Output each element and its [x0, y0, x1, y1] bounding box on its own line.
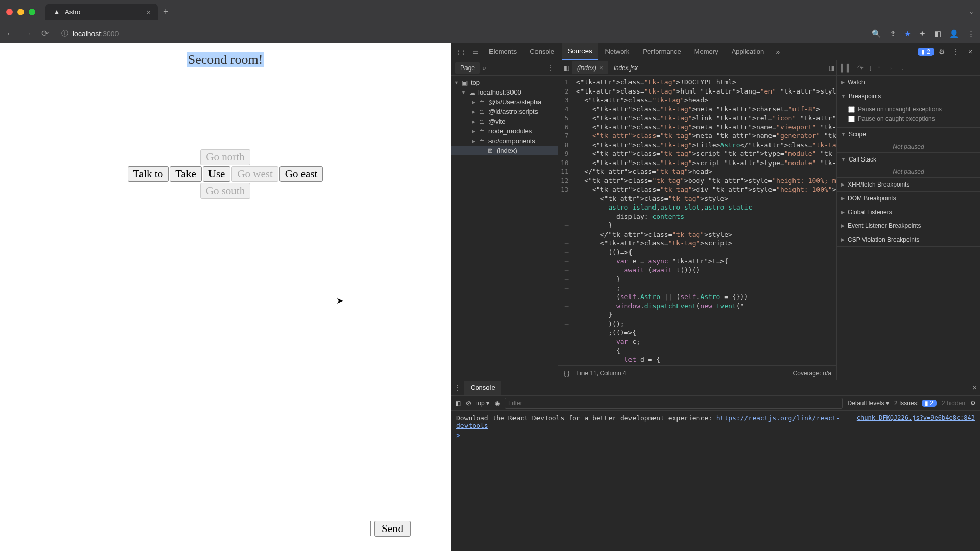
tree-folder[interactable]: ▶🗀@id/astro:scripts: [451, 107, 558, 117]
take-button[interactable]: Take: [170, 166, 202, 182]
line-gutter[interactable]: 12345678910111213––––––––––––––––––: [558, 76, 573, 365]
checkbox-uncaught[interactable]: Pause on uncaught exceptions: [848, 105, 976, 114]
back-button[interactable]: ←: [5, 29, 15, 39]
extensions-icon[interactable]: ✦: [919, 29, 926, 38]
console-output[interactable]: chunk-DFKQJ226.js?v=9e6b4e8c:843 Downloa…: [451, 411, 980, 551]
log-levels-dropdown[interactable]: Default levels ▾: [848, 400, 889, 407]
pane-scope[interactable]: ▼Scope: [837, 128, 980, 141]
go-west-button[interactable]: Go west: [231, 166, 278, 182]
live-expression-icon[interactable]: ◉: [495, 400, 500, 407]
bookmark-icon[interactable]: ★: [904, 29, 911, 38]
navigator-more-icon[interactable]: »: [483, 64, 486, 72]
talk-to-button[interactable]: Talk to: [128, 166, 169, 182]
tree-host[interactable]: ▼☁localhost:3000: [451, 87, 558, 97]
toggle-navigator-icon[interactable]: ◧: [561, 64, 572, 72]
pane-dom[interactable]: ▶DOM Breakpoints: [837, 192, 980, 205]
tab-console[interactable]: Console: [524, 43, 561, 59]
pane-breakpoints[interactable]: ▼Breakpoints: [837, 89, 980, 103]
step-out-icon[interactable]: ↑: [877, 64, 881, 72]
pause-script-icon[interactable]: ▍▍: [841, 64, 852, 72]
page-viewport: Second room! Go north Talk to Take Use G…: [0, 43, 451, 551]
hidden-messages[interactable]: 2 hidden: [942, 400, 965, 407]
devtools-menu-icon[interactable]: ⋮: [949, 45, 963, 58]
send-button[interactable]: Send: [374, 521, 411, 537]
issues-badge[interactable]: ▮ 2: [918, 48, 934, 56]
reload-button[interactable]: ⟳: [40, 28, 50, 39]
pane-callstack[interactable]: ▼Call Stack: [837, 153, 980, 166]
forward-button[interactable]: →: [22, 29, 33, 39]
deactivate-bp-icon[interactable]: ⟍: [898, 64, 905, 72]
device-toolbar-icon[interactable]: ▭: [469, 45, 482, 58]
console-prompt[interactable]: >: [456, 431, 975, 439]
pane-csp[interactable]: ▶CSP Violation Breakpoints: [837, 233, 980, 246]
tree-folder[interactable]: ▶🗀@fs/Users/stepha: [451, 97, 558, 107]
debugger-sidebar: ▍▍ ↷ ↓ ↑ → ⟍ ▶Watch ▼Breakpoints Pause o…: [837, 60, 980, 380]
tree-top[interactable]: ▼▣top: [451, 78, 558, 87]
tree-folder[interactable]: ▶🗀@vite: [451, 117, 558, 126]
pane-watch[interactable]: ▶Watch: [837, 76, 980, 89]
tree-folder[interactable]: ▶🗀node_modules: [451, 126, 558, 136]
step-into-icon[interactable]: ↓: [869, 64, 872, 72]
close-devtools-icon[interactable]: ×: [964, 45, 977, 58]
share-icon[interactable]: ⇪: [890, 29, 896, 38]
tab-application[interactable]: Application: [726, 43, 771, 59]
menu-icon[interactable]: ⋮: [967, 29, 975, 38]
source-editor: ◧ (index)× index.jsx ◨ 12345678910111213…: [558, 60, 837, 380]
tab-memory[interactable]: Memory: [688, 43, 725, 59]
console-context[interactable]: top ▾: [476, 400, 489, 407]
drawer-tab-console[interactable]: Console: [464, 381, 501, 395]
minimize-window-button[interactable]: [17, 9, 24, 15]
address-bar[interactable]: ⓘ localhost:3000: [57, 27, 865, 40]
tabs-overflow-icon[interactable]: ⌄: [969, 8, 974, 15]
drawer-menu-icon[interactable]: ⋮: [454, 384, 461, 392]
use-button[interactable]: Use: [203, 166, 231, 182]
more-tabs-icon[interactable]: »: [771, 45, 784, 58]
checkbox-caught[interactable]: Pause on caught exceptions: [848, 114, 976, 123]
step-icon[interactable]: →: [886, 64, 893, 72]
new-tab-button[interactable]: +: [163, 7, 169, 17]
message-source-link[interactable]: chunk-DFKQJ226.js?v=9e6b4e8c:843: [857, 414, 975, 421]
issues-link[interactable]: 2 Issues:▮ 2: [894, 400, 937, 407]
inspect-element-icon[interactable]: ⬚: [454, 45, 468, 58]
tab-network[interactable]: Network: [599, 43, 636, 59]
mouse-cursor-icon: ➤: [336, 295, 344, 306]
pretty-print-icon[interactable]: { }: [564, 370, 569, 377]
coverage-status: Coverage: n/a: [793, 370, 831, 377]
pane-xhr[interactable]: ▶XHR/fetch Breakpoints: [837, 178, 980, 191]
go-south-button[interactable]: Go south: [200, 183, 250, 199]
chat-input[interactable]: [39, 521, 371, 536]
file-tree[interactable]: ▼▣top ▼☁localhost:3000 ▶🗀@fs/Users/steph…: [451, 76, 558, 380]
close-tab-icon[interactable]: ×: [146, 8, 151, 16]
navigator-menu-icon[interactable]: ⋮: [548, 64, 554, 72]
zoom-icon[interactable]: 🔍: [872, 29, 881, 38]
close-editor-tab-icon[interactable]: ×: [599, 64, 603, 72]
browser-tab[interactable]: ▲ Astro ×: [45, 4, 158, 20]
editor-tab-indexjsx[interactable]: index.jsx: [609, 62, 643, 74]
settings-icon[interactable]: ⚙: [935, 45, 948, 58]
site-info-icon[interactable]: ⓘ: [61, 29, 68, 38]
tab-elements[interactable]: Elements: [483, 43, 523, 59]
go-east-button[interactable]: Go east: [279, 166, 323, 182]
code-area[interactable]: <"tk-attr">class="tk-tag">!DOCTYPE html>…: [573, 76, 836, 365]
close-drawer-icon[interactable]: ×: [972, 383, 977, 392]
sidepanel-icon[interactable]: ◧: [934, 29, 941, 38]
tree-file-index[interactable]: 🗎(index): [451, 146, 558, 155]
navigator-tab-page[interactable]: Page: [455, 62, 480, 74]
callstack-status: Not paused: [837, 166, 980, 177]
tab-performance[interactable]: Performance: [637, 43, 687, 59]
console-settings-icon[interactable]: ⚙: [970, 400, 976, 407]
clear-console-icon[interactable]: ⊘: [466, 400, 471, 407]
pane-global[interactable]: ▶Global Listeners: [837, 205, 980, 219]
console-filter-input[interactable]: [505, 398, 842, 409]
editor-tab-index[interactable]: (index)×: [572, 61, 608, 74]
go-north-button[interactable]: Go north: [200, 149, 250, 165]
console-sidebar-icon[interactable]: ◧: [455, 400, 461, 407]
pane-event[interactable]: ▶Event Listener Breakpoints: [837, 219, 980, 233]
tree-folder[interactable]: ▶🗀src/components: [451, 136, 558, 146]
step-over-icon[interactable]: ↷: [857, 64, 864, 72]
close-window-button[interactable]: [6, 9, 13, 15]
profile-icon[interactable]: 👤: [949, 29, 959, 38]
tab-sources[interactable]: Sources: [562, 43, 598, 60]
maximize-window-button[interactable]: [29, 9, 35, 15]
toggle-debugger-icon[interactable]: ◨: [829, 64, 834, 72]
